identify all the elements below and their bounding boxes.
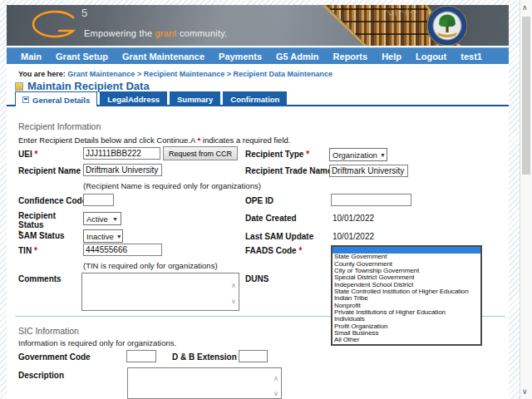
recipient-name-input[interactable]	[83, 164, 162, 176]
faads-code-label: FAADS Code *	[245, 246, 302, 255]
tab-general-details[interactable]: General Details	[15, 91, 97, 106]
required-asterisk: *	[306, 150, 309, 159]
tab-label: General Details	[32, 96, 90, 105]
page-title: Maintain Recipient Data	[27, 80, 150, 92]
recipient-status-label-text: Recipient Status	[18, 211, 56, 229]
db-extension-input[interactable]	[239, 350, 268, 362]
faads-option[interactable]	[332, 247, 480, 254]
comments-label: Comments	[18, 274, 62, 283]
tin-label: TIN *	[18, 246, 37, 255]
required-asterisk: *	[34, 150, 37, 159]
tab-confirmation[interactable]: Confirmation	[223, 91, 287, 106]
textarea-scroll-up-icon[interactable]: ∧	[273, 376, 278, 382]
duns-label: DUNS	[245, 274, 268, 283]
description-label: Description	[18, 371, 64, 380]
nav-item[interactable]: Logout	[416, 52, 446, 62]
banner-light-streak	[106, 5, 356, 46]
faads-option[interactable]: County Government	[332, 261, 480, 268]
tab-legal-address[interactable]: LegalAddress	[100, 91, 167, 106]
date-created-label: Date Created	[245, 214, 297, 223]
request-from-ccr-button[interactable]: Request from CCR	[163, 146, 238, 160]
breadcrumb-path[interactable]: Grant Maintenance > Recipient Maintenanc…	[67, 70, 332, 78]
page-title-row: Maintain Recipient Data	[15, 80, 150, 92]
db-extension-label: D & B Extension	[172, 352, 237, 362]
section-title-sic-information: SIC Information	[18, 326, 79, 336]
textarea-scroll-down-icon[interactable]: ∨	[273, 391, 278, 397]
nav-item[interactable]: Main	[21, 52, 42, 62]
scrollbar-down-icon[interactable]: ∨	[522, 387, 528, 396]
uei-input[interactable]	[83, 147, 160, 160]
faads-option[interactable]: Private Institutions of Higher Education	[332, 309, 480, 316]
recipient-name-note: (Recipient Name is required only for org…	[83, 181, 261, 190]
last-sam-update-value: 10/01/2022	[332, 232, 374, 241]
tin-note: (TIN is required only for organizations)	[83, 261, 218, 270]
tin-label-text: TIN	[18, 246, 32, 255]
government-code-input[interactable]	[126, 350, 156, 362]
breadcrumb-prefix: You are here:	[18, 70, 67, 78]
nav-item[interactable]: test1	[461, 52, 482, 62]
nav-item[interactable]: Help	[382, 52, 401, 62]
faads-option[interactable]: City or Township Government	[332, 268, 480, 274]
instructions-pre: Enter Recipient Details below and click …	[18, 135, 197, 145]
faads-option[interactable]: State Government	[332, 254, 480, 260]
tagline-pre: Empowering the	[84, 28, 155, 38]
last-sam-update-label: Last SAM Update	[245, 232, 313, 241]
tagline-highlight: grant	[155, 28, 177, 38]
required-asterisk: *	[34, 246, 37, 255]
form-icon	[15, 82, 23, 91]
sam-status-label: SAM Status	[18, 231, 65, 240]
recipient-trade-name-input[interactable]	[329, 165, 408, 177]
recipient-name-label: Recipient Name *	[18, 166, 86, 175]
recipient-type-label-text: Recipient Type	[245, 150, 303, 159]
comments-textarea[interactable]	[81, 273, 239, 311]
faads-option[interactable]: Independent School District	[332, 282, 480, 288]
ope-id-input[interactable]	[331, 194, 411, 206]
faads-code-listbox: State GovernmentCounty GovernmentCity or…	[331, 245, 482, 346]
recipient-status-select[interactable]: Active▼	[83, 212, 121, 225]
nav-item[interactable]: G5 Admin	[276, 52, 319, 62]
textarea-scroll-up-icon[interactable]: ∧	[231, 283, 236, 289]
sam-status-value: Inactive	[86, 232, 114, 241]
required-asterisk: *	[298, 246, 302, 255]
confidence-code-input[interactable]	[83, 194, 114, 206]
faads-option[interactable]: Profit Organization	[332, 323, 480, 330]
recipient-type-label: Recipient Type *	[245, 150, 309, 159]
confidence-code-label: Confidence Code	[18, 196, 86, 205]
header-banner: 5 Empowering the grant community.	[7, 5, 509, 46]
nav-item[interactable]: Grant Setup	[56, 52, 108, 62]
active-tab-icon	[22, 96, 29, 103]
vertical-scrollbar[interactable]: ∧ ∨	[520, 0, 532, 399]
nav-item[interactable]: Payments	[219, 52, 262, 62]
faads-option[interactable]: Nonprofit	[332, 303, 480, 309]
faads-option[interactable]: All Other	[332, 337, 480, 343]
recipient-status-value: Active	[86, 214, 108, 224]
faads-option[interactable]: Special District Government	[332, 274, 480, 281]
instructions-post: indicates a required field.	[200, 135, 290, 145]
ope-id-label: OPE ID	[245, 196, 273, 205]
tab-bar: General Details LegalAddress Summary Con…	[15, 91, 287, 106]
chalkboard-scribble	[382, 6, 432, 17]
uei-label: UEI *	[18, 150, 37, 159]
faads-option[interactable]: Small Business	[332, 330, 480, 337]
department-of-education-seal-icon	[426, 5, 469, 46]
sic-note: Information is required only for organiz…	[18, 338, 176, 347]
scrollbar-up-icon[interactable]: ∧	[522, 3, 528, 12]
textarea-scroll-down-icon[interactable]: ∨	[231, 298, 236, 305]
content-page: 5 Empowering the grant community. MainGr…	[7, 5, 509, 399]
section-title-recipient-information: Recipient Information	[18, 121, 101, 131]
chevron-down-icon: ▼	[116, 234, 122, 239]
sam-status-select[interactable]: Inactive▼	[83, 229, 123, 243]
instructions-text: Enter Recipient Details below and click …	[18, 135, 290, 145]
tab-summary[interactable]: Summary	[170, 91, 220, 106]
scrollbar-thumb[interactable]	[522, 17, 530, 175]
chevron-down-icon: ▼	[112, 216, 118, 222]
faads-option[interactable]: Individuals	[332, 316, 480, 323]
tin-input[interactable]	[83, 244, 162, 256]
banner-tagline: Empowering the grant community.	[84, 28, 227, 38]
faads-option[interactable]: Indian Tribe	[332, 295, 480, 302]
description-textarea[interactable]	[127, 367, 282, 399]
nav-item[interactable]: Grant Maintenance	[122, 52, 204, 62]
recipient-type-select[interactable]: Organization▼	[329, 148, 387, 161]
nav-item[interactable]: Reports	[333, 52, 368, 62]
faads-option[interactable]: State Controlled Institution of Higher E…	[332, 288, 480, 295]
